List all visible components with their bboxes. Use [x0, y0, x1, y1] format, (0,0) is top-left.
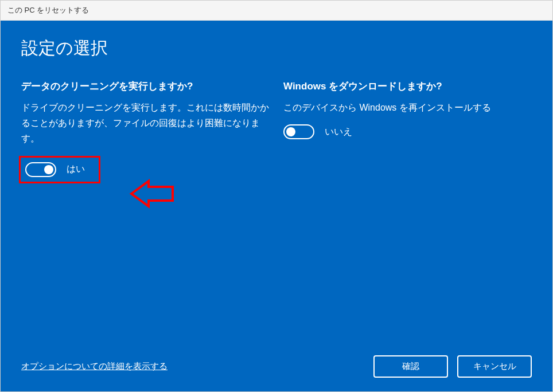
- options-columns: データのクリーニングを実行しますか? ドライブのクリーニングを実行します。これに…: [21, 80, 532, 183]
- cancel-button[interactable]: キャンセル: [457, 355, 532, 378]
- download-windows-question: Windows をダウンロードしますか?: [283, 80, 532, 93]
- highlight-annotation: はい: [19, 156, 100, 183]
- page-title: 設定の選択: [21, 37, 532, 60]
- clean-data-question: データのクリーニングを実行しますか?: [21, 80, 270, 93]
- window-title: この PC をリセットする: [7, 6, 89, 14]
- dialog-footer: オプションについての詳細を表示する 確認 キャンセル: [21, 344, 532, 378]
- details-link[interactable]: オプションについての詳細を表示する: [21, 361, 168, 372]
- arrow-annotation-icon: [126, 177, 177, 213]
- download-windows-toggle-label: いいえ: [325, 126, 352, 138]
- download-windows-toggle[interactable]: [283, 124, 314, 139]
- toggle-knob-icon: [286, 127, 295, 136]
- download-windows-description: このデバイスから Windows を再インストールする: [283, 100, 532, 115]
- clean-data-description: ドライブのクリーニングを実行します。これには数時間かかることがありますが、ファイ…: [21, 100, 270, 147]
- dialog-content: 設定の選択 データのクリーニングを実行しますか? ドライブのクリーニングを実行し…: [1, 21, 552, 391]
- confirm-button[interactable]: 確認: [373, 355, 448, 378]
- clean-data-column: データのクリーニングを実行しますか? ドライブのクリーニングを実行します。これに…: [21, 80, 270, 183]
- toggle-knob-icon: [44, 165, 53, 174]
- clean-data-toggle[interactable]: [25, 162, 56, 177]
- footer-buttons: 確認 キャンセル: [373, 355, 532, 378]
- window-titlebar: この PC をリセットする: [1, 1, 552, 21]
- reset-pc-dialog: この PC をリセットする 設定の選択 データのクリーニングを実行しますか? ド…: [0, 0, 553, 392]
- clean-data-toggle-label: はい: [67, 163, 85, 175]
- download-windows-column: Windows をダウンロードしますか? このデバイスから Windows を再…: [283, 80, 532, 183]
- download-windows-toggle-row: いいえ: [283, 124, 352, 139]
